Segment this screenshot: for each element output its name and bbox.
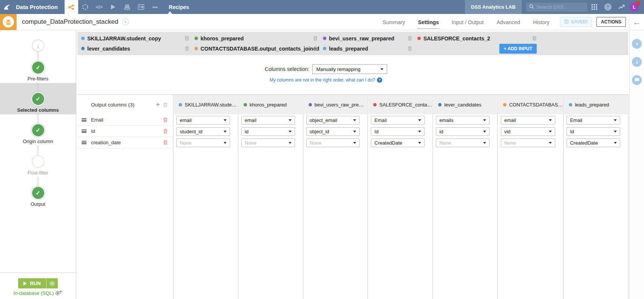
input-dataset[interactable]: SKILLJARRAW.student_copy <box>81 33 195 43</box>
chevron-down-icon <box>549 131 552 133</box>
column-mapping-select[interactable]: emails <box>436 116 490 125</box>
info-panel-icon[interactable]: i <box>632 57 642 67</box>
notification-dot <box>636 1 640 5</box>
column-mapping-select[interactable]: Id <box>567 127 620 136</box>
apps-grid-icon[interactable] <box>587 0 601 14</box>
lab-nav-icon[interactable] <box>78 0 92 14</box>
step-connector <box>38 114 38 124</box>
remove-input-icon[interactable] <box>313 36 318 41</box>
step-connector <box>38 52 38 62</box>
play-nav-icon[interactable] <box>106 0 120 14</box>
dataiku-logo-icon[interactable] <box>0 0 14 14</box>
input-dataset[interactable]: CONTACTSDATABASE.output_contacts_joined <box>195 43 323 54</box>
column-mapping-select[interactable]: None <box>306 139 360 147</box>
input-dataset[interactable]: lever_candidates <box>81 43 195 54</box>
remove-input-icon[interactable] <box>313 46 318 51</box>
clear-columns-icon[interactable] <box>163 102 168 107</box>
drag-handle[interactable] <box>82 129 86 133</box>
column-mapping-select[interactable]: Email <box>371 116 425 125</box>
column-mapping-select[interactable]: Id <box>371 127 425 136</box>
column-mapping-select[interactable]: email <box>176 116 230 125</box>
chevron-down-icon <box>224 119 227 121</box>
collapse-panel-icon[interactable]: ← <box>633 17 641 27</box>
run-settings-button[interactable] <box>46 278 58 288</box>
engine-selector[interactable]: In-database (SQL) <box>14 290 63 296</box>
input-dataset[interactable]: bevi_users_raw_prepared <box>323 33 417 43</box>
delete-row-icon[interactable] <box>163 140 168 145</box>
column-mapping-select[interactable]: student_id <box>176 127 230 136</box>
columns-selection-select[interactable]: Manually remapping <box>312 64 387 74</box>
more-nav-icon[interactable]: ••• <box>148 0 162 14</box>
input-dataset[interactable]: leads_prepared <box>323 43 417 54</box>
current-page-caret <box>168 11 172 14</box>
tab-summary[interactable]: Summary <box>382 15 406 28</box>
discussions-icon[interactable] <box>632 75 642 85</box>
dataset-dot <box>417 37 421 40</box>
tab-history[interactable]: History <box>532 15 550 28</box>
actions-button[interactable]: ACTIONS <box>596 17 626 27</box>
user-avatar[interactable]: L <box>630 3 639 12</box>
add-comment-icon[interactable]: + <box>632 39 642 49</box>
column-mapping-select[interactable]: Email <box>567 116 620 125</box>
remove-input-icon[interactable] <box>185 46 189 51</box>
step-pre-filters[interactable]: ✓ Pre-filters <box>0 52 76 83</box>
chevron-down-icon <box>289 131 292 133</box>
jobs-nav-icon[interactable] <box>120 0 134 14</box>
column-mapping-select[interactable]: None <box>176 139 230 147</box>
dataset-column: SKILLJARRAW.stude… email student_id None <box>173 95 238 299</box>
search-box[interactable] <box>526 3 587 12</box>
help-icon[interactable]: ? <box>601 0 615 14</box>
saved-button[interactable]: SAVED! <box>560 17 592 27</box>
step-origin-column[interactable]: ✓ Origin column <box>0 114 76 146</box>
edit-title-icon[interactable]: ✎ <box>122 18 129 25</box>
right-panel-strip: + i <box>629 30 644 299</box>
column-mapping-select[interactable]: email <box>501 116 555 125</box>
flow-nav-icon[interactable] <box>65 0 78 14</box>
remove-input-icon[interactable] <box>532 36 537 41</box>
input-dataset[interactable]: SALESFORCE_contacts_2 <box>417 33 542 43</box>
column-mapping-select[interactable]: id <box>241 127 295 136</box>
column-mapping-select[interactable]: CreatedDate <box>567 139 620 147</box>
column-mapping-select[interactable]: vid <box>501 127 555 136</box>
column-mapping-select[interactable]: email <box>241 116 295 125</box>
check-circle-icon: ✓ <box>32 187 44 199</box>
delete-row-icon[interactable] <box>163 117 168 122</box>
remove-input-icon[interactable] <box>408 46 412 51</box>
columns-selection-zone: Columns selection: Manually remapping My… <box>76 64 576 83</box>
search-input[interactable] <box>536 4 582 10</box>
add-input-button[interactable]: + ADD INPUT <box>499 44 537 54</box>
remove-input-icon[interactable] <box>408 36 412 41</box>
drag-handle[interactable] <box>82 118 86 122</box>
column-mapping-select[interactable]: id <box>436 127 490 136</box>
output-columns-column: Output columns (3) + Email Id creation_d… <box>77 95 173 299</box>
chevron-down-icon <box>614 119 617 121</box>
column-mapping-select[interactable]: None <box>501 139 555 147</box>
columns-order-help-link[interactable]: My columns are not in the right order, w… <box>270 77 382 83</box>
input-dataset[interactable]: khoros_prepared <box>195 33 323 43</box>
step-selected-columns[interactable]: ✓ Selected columns <box>0 83 76 114</box>
step-output[interactable]: ✓ Output <box>0 177 76 208</box>
delete-row-icon[interactable] <box>163 129 168 134</box>
remove-input-icon[interactable] <box>185 36 189 41</box>
tab-settings[interactable]: Settings <box>417 15 440 29</box>
step-connector <box>38 146 38 156</box>
dashboard-nav-icon[interactable] <box>134 0 148 14</box>
tab-input-output[interactable]: Input / Output <box>451 15 485 28</box>
add-output-column-icon[interactable]: + <box>156 101 160 108</box>
column-mapping-select[interactable]: None <box>436 139 490 147</box>
run-button[interactable]: RUN <box>18 278 46 288</box>
column-mapping-select[interactable]: CreatedDate <box>371 139 425 147</box>
drag-handle[interactable] <box>82 141 86 144</box>
code-nav-icon[interactable]: </> <box>92 0 106 14</box>
floppy-icon <box>564 19 569 25</box>
gear-icon <box>49 281 55 286</box>
column-mapping-select[interactable]: None <box>241 139 295 147</box>
tab-advanced[interactable]: Advanced <box>496 15 521 28</box>
trends-icon[interactable] <box>615 0 628 14</box>
project-name[interactable]: Data Protection <box>14 4 65 10</box>
chevron-down-icon <box>353 131 356 133</box>
env-badge[interactable]: DSS Analytics LAB <box>465 0 522 14</box>
step-post-filter[interactable]: Post-filter <box>0 146 76 177</box>
column-mapping-select[interactable]: object_id <box>306 127 360 136</box>
column-mapping-select[interactable]: object_email <box>306 116 360 125</box>
